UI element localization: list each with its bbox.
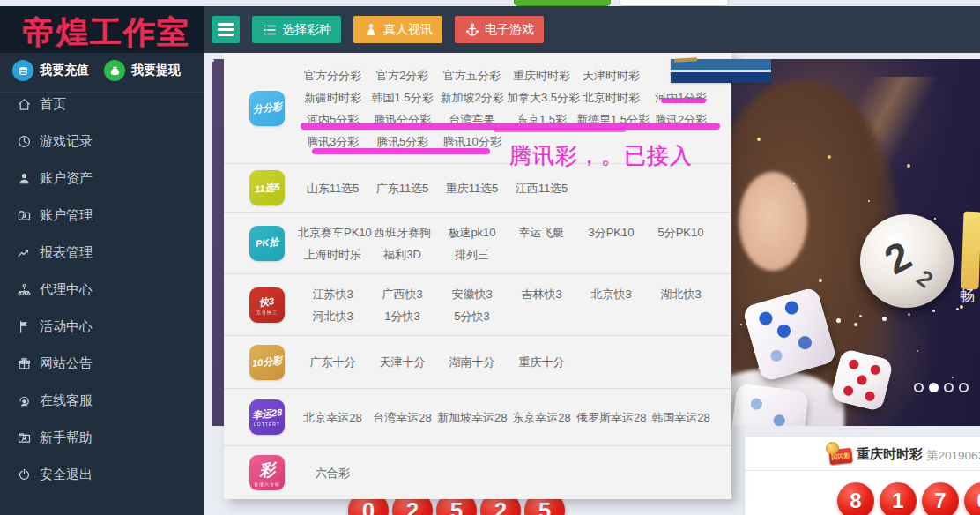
liuhecai-icon: 彩香港六合彩 [249,455,285,490]
lottery-links-grid: 广东十分天津十分湖南十分重庆十分 [298,351,719,373]
lottery-link[interactable]: 极速pk10 [437,221,507,243]
lottery-link[interactable]: 排列三 [437,243,507,265]
sidebar-item-label: 活动中心 [40,318,93,335]
lottery-link[interactable]: 北京赛车PK10 [298,221,368,243]
pink-note-annotation: 腾讯彩，。已接入 [509,141,693,170]
sidebar-menu: 首页游戏记录账户资产账户管理报表管理代理中心活动中心网站公告在线客服新手帮助安全… [0,86,204,493]
lottery-link[interactable]: 加拿大3.5分彩 [507,86,576,108]
lottery-link[interactable]: 官方五分彩 [437,64,507,86]
pk10-icon: PK拾 [249,226,285,261]
sidebar-item-label: 首页 [40,96,66,113]
lottery-link[interactable]: 新加坡2分彩 [437,86,507,108]
lottery-link[interactable]: 广东十分 [298,351,368,373]
lottery-link[interactable]: 江西11选5 [507,177,576,199]
lottery-link[interactable]: 河内1分彩 [646,86,716,108]
lottery-link[interactable]: 北京幸运28 [298,407,368,429]
lottery-link[interactable]: 湖南十分 [437,351,507,373]
lottery-link[interactable]: 官方2分彩 [368,64,437,86]
quick-action-label: 我要提现 [131,63,181,78]
home-icon [17,97,32,112]
lottery-link[interactable]: 天津十分 [368,351,437,373]
lottery-link[interactable]: 东京幸运28 [507,407,576,429]
lottery-link[interactable]: 广西快3 [368,283,437,305]
lottery-link[interactable]: 六合彩 [298,462,368,484]
lottery-link[interactable]: 3分PK10 [576,221,646,243]
lottery-link[interactable]: 重庆时时彩 [507,64,576,86]
sidebar-item-网站公告[interactable]: 网站公告 [0,345,204,382]
carousel-dot-4[interactable] [959,383,969,392]
banner-model-face-graphic [739,172,807,271]
banner-dot-arc [212,59,214,62]
lottery-link[interactable]: 幸运飞艇 [507,221,576,243]
result-ball: 7 [922,482,959,515]
hamburger-menu-button[interactable] [212,16,240,43]
lottery-link[interactable]: 江苏快3 [298,283,368,305]
lottery-link[interactable]: 北京时时彩 [576,86,646,108]
site-logo[interactable]: 帝煌工作室 [23,11,190,55]
quick-action-label: 我要充值 [40,63,89,78]
support-icon [17,393,32,408]
coins-icon [12,60,33,81]
lottery-link[interactable]: 山东11选5 [298,177,368,199]
lottery-link[interactable]: 韩国1.5分彩 [368,86,437,108]
result-panel-header: 闪闪彩 重庆时时彩 第2019062 [745,437,980,471]
lottery-link[interactable]: 西班牙赛狗 [368,221,437,243]
lottery-link[interactable]: 上海时时乐 [298,243,368,265]
lottery-link[interactable]: 新加坡幸运28 [437,407,507,429]
lottery-link[interactable]: 官方分分彩 [298,64,368,86]
sidebar-item-报表管理[interactable]: 报表管理 [0,234,204,271]
lottery-result-panel: 闪闪彩 重庆时时彩 第2019062 8170 [745,437,980,515]
lottery-link[interactable]: 天津时时彩 [576,64,646,86]
lottery-link[interactable]: 台湾幸运28 [368,407,437,429]
lottery-link[interactable]: 重庆11选5 [437,177,507,199]
lottery-link[interactable]: 俄罗斯幸运28 [576,407,646,429]
nav-button-1[interactable]: 选择彩种 [252,16,341,43]
sidebar-item-游戏记录[interactable]: 游戏记录 [0,123,204,160]
sidebar-item-label: 账户管理 [40,207,93,224]
shishicai-icon: 分分彩 [249,91,285,126]
lottery-link[interactable]: 韩国幸运28 [646,407,716,429]
nav-button-3[interactable]: 电子游戏 [455,16,544,43]
lottery-link[interactable]: 北京快3 [576,283,646,305]
lottery-link[interactable]: 1分快3 [368,305,437,327]
lottery-link[interactable]: 福利3D [368,243,437,265]
carousel-dot-3[interactable] [944,383,954,392]
lottery-link[interactable]: 5分快3 [437,305,507,327]
sidebar-item-活动中心[interactable]: 活动中心 [0,308,204,345]
sidebar-item-label: 账户资产 [40,170,93,187]
pink-line-annotation [494,128,626,132]
lottery-links-grid: 山东11选5广东11选5重庆11选5江西11选5 [298,177,719,199]
sidebar-item-账户资产[interactable]: 账户资产 [0,160,204,197]
lottery-link[interactable]: 广东11选5 [368,177,437,199]
quick-action-deposit[interactable]: 我要充值 [12,60,89,81]
carousel-dot-2[interactable] [929,383,939,392]
sidebar-item-账户管理[interactable]: 账户管理 [0,197,204,234]
top-green-button-fragment[interactable] [514,0,611,6]
sidebar: 我要充值我要提现 首页游戏记录账户资产账户管理报表管理代理中心活动中心网站公告在… [0,53,204,515]
sidebar-item-新手帮助[interactable]: 新手帮助 [0,419,204,456]
nav-button-label: 电子游戏 [485,22,534,38]
sidebar-item-安全退出[interactable]: 安全退出 [0,456,204,493]
quick-action-withdraw[interactable]: 我要提现 [104,60,181,81]
sidebar-item-代理中心[interactable]: 代理中心 [0,271,204,308]
result-balls: 8170 [837,482,980,515]
lottery-link[interactable]: 河北快3 [298,305,368,327]
lottery-link[interactable]: 重庆十分 [507,351,576,373]
sidebar-item-首页[interactable]: 首页 [0,86,204,123]
sidebar-item-label: 代理中心 [40,281,93,298]
lottery-link[interactable]: 安徽快3 [437,283,507,305]
lottery-link[interactable]: 新疆时时彩 [298,86,368,108]
result-issue-number: 第2019062 [926,448,980,464]
lottery-link[interactable]: 5分PK10 [646,221,716,243]
lottery-category-row-shifencai: 10分彩广东十分天津十分湖南十分重庆十分 [224,335,731,388]
anchor-icon [464,22,480,38]
sidebar-item-label: 报表管理 [40,244,93,261]
top-white-button-fragment[interactable] [620,0,729,6]
lottery-link[interactable]: 吉林快3 [507,283,576,305]
carousel-dot-1[interactable] [914,383,924,392]
nav-button-2[interactable]: 真人视讯 [353,16,442,43]
sidebar-item-label: 在线客服 [40,392,93,409]
lottery-category-row-liuhecai: 彩香港六合彩六合彩 [224,445,731,499]
sidebar-item-在线客服[interactable]: 在线客服 [0,382,204,419]
lottery-link[interactable]: 湖北快3 [646,283,716,305]
